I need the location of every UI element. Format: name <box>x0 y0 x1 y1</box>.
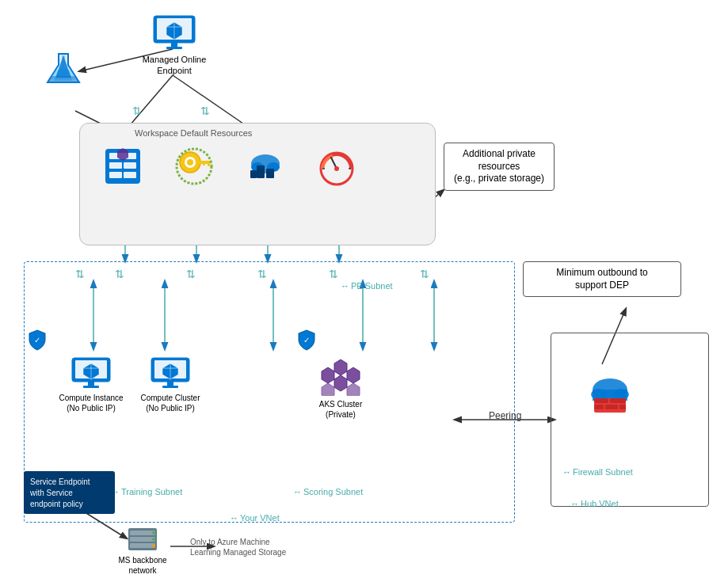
ms-backbone-icon-svg <box>127 527 158 552</box>
svg-text:✓: ✓ <box>34 336 40 344</box>
svg-rect-67 <box>167 382 173 386</box>
svg-rect-84 <box>619 405 626 409</box>
shield-right-icon: ✓ <box>297 329 316 353</box>
svg-rect-27 <box>166 47 182 49</box>
managed-endpoint-label: Managed OnlineEndpoint <box>143 54 207 77</box>
key-vault-icon-svg <box>174 146 214 186</box>
managed-storage-label: Only to Azure MachineLearning Managed St… <box>190 537 286 557</box>
svg-rect-31 <box>124 162 136 169</box>
service-endpoint-box: Service Endpointwith Serviceendpoint pol… <box>24 471 115 514</box>
min-outbound-box: Minimum outbound tosupport DEP <box>523 261 681 297</box>
hub-vnet-tag: ↔ Hub VNet <box>570 499 619 508</box>
app-insights-icon-svg <box>317 146 356 186</box>
svg-marker-69 <box>334 359 347 375</box>
bi-arrow-3: ⇅ <box>186 268 196 280</box>
hub-vnet-box <box>551 333 709 507</box>
compute-instance-label: Compute Instance(No Public IP) <box>59 393 123 413</box>
min-outbound-label: Minimum outbound tosupport DEP <box>556 267 647 291</box>
svg-rect-60 <box>88 382 94 386</box>
aks-icon-svg <box>318 356 363 396</box>
svg-marker-70 <box>322 367 334 383</box>
firewall-icon-container <box>578 372 642 416</box>
svg-rect-40 <box>203 161 205 165</box>
svg-rect-30 <box>109 162 122 169</box>
svg-point-90 <box>152 538 155 541</box>
app-insights-icon-container <box>305 146 368 186</box>
svg-rect-83 <box>605 405 618 409</box>
additional-private-resources-box: Additional privateresources(e.g., privat… <box>444 143 555 191</box>
bi-arrow-6: ⇅ <box>420 268 429 280</box>
scoring-subnet-tag: ↔ Scoring Subnet <box>293 487 363 496</box>
svg-point-50 <box>334 166 339 171</box>
svg-rect-87 <box>130 537 155 542</box>
training-subnet-tag: ↔ Training Subnet <box>111 487 182 496</box>
bi-arrow-1: ⇅ <box>75 268 85 280</box>
svg-rect-45 <box>257 165 265 178</box>
managed-online-endpoint-icon: Managed OnlineEndpoint <box>131 14 218 77</box>
peering-label: Peering <box>489 410 521 421</box>
firewall-icon-svg <box>586 372 634 416</box>
svg-rect-46 <box>266 169 274 178</box>
svg-text:✓: ✓ <box>303 336 310 344</box>
your-vnet-tag: ↔ Your VNet <box>230 513 280 523</box>
bi-arrow-top-1: ⇅ <box>132 105 142 117</box>
svg-rect-82 <box>594 405 604 409</box>
compute-cluster-icon-svg <box>150 356 191 390</box>
compute-cluster-label: Compute Cluster(No Public IP) <box>140 393 200 413</box>
service-endpoint-label: Service Endpointwith Serviceendpoint pol… <box>30 477 90 508</box>
svg-rect-80 <box>594 398 608 403</box>
svg-rect-39 <box>208 161 210 166</box>
container-registry-icon-svg <box>246 146 285 186</box>
compute-instance-icon-container: Compute Instance(No Public IP) <box>51 356 131 413</box>
svg-rect-33 <box>124 172 136 178</box>
compute-cluster-icon-container: Compute Cluster(No Public IP) <box>131 356 210 413</box>
additional-private-label: Additional privateresources(e.g., privat… <box>454 148 544 184</box>
svg-rect-88 <box>130 543 155 548</box>
ms-backbone-label: MS backbonenetwork <box>118 555 166 576</box>
svg-rect-86 <box>130 531 155 535</box>
pe-subnet-tag: ↔ PE Subnet <box>341 281 393 291</box>
bi-arrow-top-2: ⇅ <box>200 105 210 117</box>
svg-point-89 <box>152 531 155 534</box>
svg-rect-68 <box>162 386 178 388</box>
svg-rect-81 <box>610 398 626 403</box>
azure-ml-icon <box>32 48 95 89</box>
svg-marker-72 <box>334 375 347 391</box>
shield-left-icon: ✓ <box>28 329 47 353</box>
container-registry-icon-container <box>234 146 297 186</box>
aks-cluster-label: AKS Cluster(Private) <box>319 399 362 420</box>
architecture-diagram: Managed OnlineEndpoint Workspace Default… <box>0 0 728 582</box>
svg-point-37 <box>187 159 193 165</box>
svg-rect-47 <box>250 170 257 178</box>
svg-rect-26 <box>171 43 177 47</box>
ml-icon-svg <box>43 48 84 89</box>
firewall-subnet-tag: ↔ Firewall Subnet <box>562 467 633 477</box>
aks-cluster-icon-container: AKS Cluster(Private) <box>301 356 380 420</box>
storage-icon-svg <box>103 146 143 186</box>
svg-rect-32 <box>109 172 122 178</box>
compute-instance-icon-svg <box>71 356 112 390</box>
svg-marker-73 <box>322 383 334 396</box>
svg-marker-71 <box>347 367 360 383</box>
ms-backbone-icon-container: MS backbonenetwork <box>111 527 174 576</box>
bi-arrow-5: ⇅ <box>329 268 338 280</box>
storage-icon-container <box>91 146 154 186</box>
bi-arrow-4: ⇅ <box>257 268 267 280</box>
svg-rect-61 <box>83 386 99 388</box>
bi-arrow-2: ⇅ <box>115 268 124 280</box>
svg-marker-74 <box>347 383 360 396</box>
svg-point-91 <box>152 544 155 547</box>
key-vault-icon-container <box>162 146 226 186</box>
endpoint-icon-svg <box>152 14 196 51</box>
workspace-defaults-label: Workspace Default Resources <box>135 128 252 138</box>
